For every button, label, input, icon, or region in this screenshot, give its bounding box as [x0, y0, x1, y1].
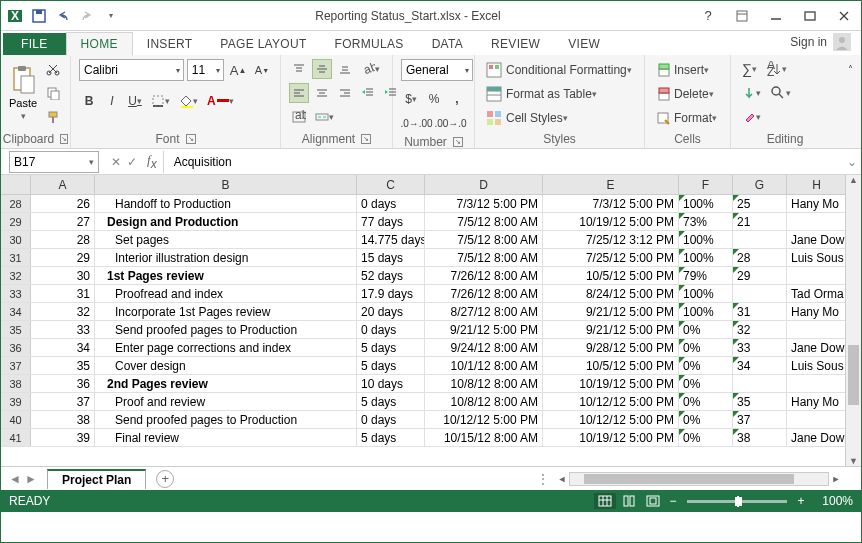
- normal-view-icon[interactable]: [594, 493, 616, 509]
- column-header[interactable]: D: [425, 175, 543, 194]
- align-top-icon[interactable]: [289, 59, 309, 79]
- tab-data[interactable]: DATA: [418, 33, 477, 55]
- cell[interactable]: 100%: [679, 285, 733, 303]
- help-icon[interactable]: ?: [695, 6, 721, 26]
- align-center-icon[interactable]: [312, 83, 332, 103]
- row-header[interactable]: 40: [1, 411, 31, 428]
- cell[interactable]: 37: [733, 411, 787, 429]
- cell[interactable]: 28: [31, 231, 95, 249]
- cell[interactable]: 10/1/12 8:00 AM: [425, 357, 543, 375]
- cell[interactable]: Cover design: [95, 357, 357, 375]
- undo-icon[interactable]: [53, 6, 73, 26]
- cell[interactable]: 10 days: [357, 375, 425, 393]
- cell[interactable]: 10/5/12 5:00 PM: [543, 267, 679, 285]
- cell[interactable]: 10/8/12 8:00 AM: [425, 393, 543, 411]
- cell[interactable]: 2nd Pages review: [95, 375, 357, 393]
- cell[interactable]: 32: [31, 303, 95, 321]
- cell[interactable]: 10/12/12 5:00 PM: [543, 393, 679, 411]
- cell[interactable]: Hany Mo: [787, 303, 847, 321]
- cell[interactable]: 100%: [679, 231, 733, 249]
- cell[interactable]: [787, 375, 847, 393]
- row-header[interactable]: 37: [1, 357, 31, 374]
- cell[interactable]: 5 days: [357, 357, 425, 375]
- cell[interactable]: 10/19/12 5:00 PM: [543, 213, 679, 231]
- table-row[interactable]: 2826Handoff to Production0 days7/3/12 5:…: [1, 195, 861, 213]
- formula-bar[interactable]: Acquisition: [163, 151, 843, 173]
- cell[interactable]: 7/3/12 5:00 PM: [425, 195, 543, 213]
- cut-icon[interactable]: [43, 59, 63, 79]
- cell[interactable]: 21: [733, 213, 787, 231]
- vertical-scrollbar[interactable]: ▲▼: [845, 175, 861, 466]
- cell[interactable]: 79%: [679, 267, 733, 285]
- cell[interactable]: 15 days: [357, 249, 425, 267]
- expand-formula-bar-icon[interactable]: ⌄: [843, 155, 861, 169]
- cell[interactable]: 10/15/12 8:00 AM: [425, 429, 543, 447]
- italic-button[interactable]: I: [102, 91, 122, 111]
- cell[interactable]: Set pages: [95, 231, 357, 249]
- vertical-scroll-thumb[interactable]: [848, 345, 859, 405]
- select-all-corner[interactable]: [1, 175, 31, 194]
- align-bottom-icon[interactable]: [335, 59, 355, 79]
- cell[interactable]: 0%: [679, 357, 733, 375]
- cell[interactable]: 35: [31, 357, 95, 375]
- font-name-select[interactable]: Calibri: [79, 59, 184, 81]
- cell[interactable]: 0%: [679, 375, 733, 393]
- save-icon[interactable]: [29, 6, 49, 26]
- delete-cells-button[interactable]: Delete▾: [653, 83, 722, 105]
- comma-format-icon[interactable]: ,: [447, 89, 467, 109]
- column-header[interactable]: G: [733, 175, 787, 194]
- table-row[interactable]: 3937Proof and review5 days10/8/12 8:00 A…: [1, 393, 861, 411]
- table-row[interactable]: 3028Set pages14.775 days7/5/12 8:00 AM7/…: [1, 231, 861, 249]
- page-break-view-icon[interactable]: [642, 493, 664, 509]
- insert-cells-button[interactable]: Insert▾: [653, 59, 722, 81]
- sheet-tab-project-plan[interactable]: Project Plan: [47, 469, 146, 489]
- table-row[interactable]: 3533Send proofed pages to Production0 da…: [1, 321, 861, 339]
- number-launcher[interactable]: ↘: [453, 137, 463, 147]
- increase-font-icon[interactable]: A▲: [227, 60, 249, 80]
- conditional-formatting-button[interactable]: Conditional Formatting▾: [483, 59, 636, 81]
- zoom-slider-thumb[interactable]: [735, 497, 742, 506]
- row-header[interactable]: 39: [1, 393, 31, 410]
- number-format-select[interactable]: General: [401, 59, 473, 81]
- cell[interactable]: 39: [31, 429, 95, 447]
- decrease-indent-icon[interactable]: [358, 83, 378, 103]
- increase-decimal-icon[interactable]: .0→.00: [401, 113, 432, 133]
- cell[interactable]: 33: [733, 339, 787, 357]
- orientation-icon[interactable]: ab▾: [358, 59, 383, 79]
- row-header[interactable]: 38: [1, 375, 31, 392]
- cell[interactable]: 9/28/12 5:00 PM: [543, 339, 679, 357]
- enter-formula-icon[interactable]: ✓: [127, 155, 137, 169]
- table-row[interactable]: 3634Enter page corrections and index5 da…: [1, 339, 861, 357]
- cell[interactable]: [787, 411, 847, 429]
- minimize-icon[interactable]: [763, 6, 789, 26]
- cell[interactable]: 5 days: [357, 339, 425, 357]
- font-size-select[interactable]: 11: [187, 59, 224, 81]
- cell[interactable]: 100%: [679, 249, 733, 267]
- format-cells-button[interactable]: Format▾: [653, 107, 722, 129]
- column-header[interactable]: H: [787, 175, 847, 194]
- cell[interactable]: 38: [31, 411, 95, 429]
- maximize-icon[interactable]: [797, 6, 823, 26]
- cell[interactable]: Incorporate 1st Pages review: [95, 303, 357, 321]
- cell[interactable]: 38: [733, 429, 787, 447]
- percent-format-icon[interactable]: %: [424, 89, 444, 109]
- cell[interactable]: Send proofed pages to Production: [95, 411, 357, 429]
- column-header[interactable]: A: [31, 175, 95, 194]
- collapse-ribbon-icon[interactable]: ˄: [840, 59, 860, 79]
- cell[interactable]: 33: [31, 321, 95, 339]
- sort-filter-button[interactable]: AZ▾: [763, 59, 790, 79]
- cell[interactable]: 7/5/12 8:00 AM: [425, 213, 543, 231]
- accounting-format-icon[interactable]: $▾: [401, 89, 421, 109]
- name-box[interactable]: B17▾: [9, 151, 99, 173]
- row-header[interactable]: 33: [1, 285, 31, 302]
- row-header[interactable]: 32: [1, 267, 31, 284]
- format-as-table-button[interactable]: Format as Table▾: [483, 83, 636, 105]
- table-row[interactable]: 4139Final review5 days10/15/12 8:00 AM10…: [1, 429, 861, 447]
- cell[interactable]: 35: [733, 393, 787, 411]
- table-row[interactable]: 3331Proofread and index17.9 days7/26/12 …: [1, 285, 861, 303]
- table-row[interactable]: 32301st Pages review52 days7/26/12 8:00 …: [1, 267, 861, 285]
- row-header[interactable]: 29: [1, 213, 31, 230]
- column-header[interactable]: B: [95, 175, 357, 194]
- cell[interactable]: [733, 375, 787, 393]
- copy-icon[interactable]: [43, 83, 63, 103]
